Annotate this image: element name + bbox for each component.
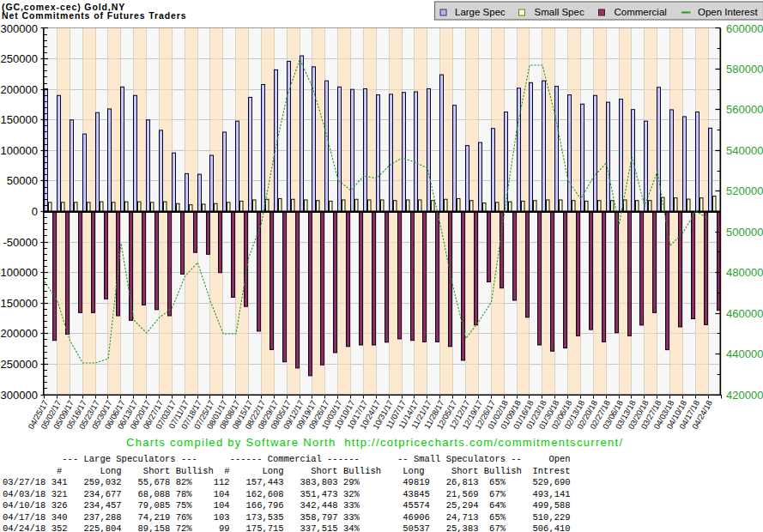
svg-text:Large Spec: Large Spec (455, 7, 506, 17)
svg-text:0: 0 (32, 205, 38, 218)
svg-text:-150000: -150000 (0, 297, 38, 310)
svg-text:-250000: -250000 (0, 358, 38, 371)
svg-text:250000: 250000 (1, 52, 38, 65)
svg-text:420000: 420000 (726, 389, 763, 402)
svg-text:200000: 200000 (1, 83, 38, 96)
svg-text:-300000: -300000 (0, 389, 38, 402)
svg-text:100000: 100000 (1, 144, 38, 157)
svg-text:Charts compiled by Software No: Charts compiled by Software North http:/… (126, 436, 623, 449)
svg-text:Commercial: Commercial (615, 7, 667, 17)
svg-text:300000: 300000 (1, 22, 38, 35)
svg-text:480000: 480000 (726, 266, 763, 279)
svg-text:560000: 560000 (726, 103, 763, 116)
svg-text:150000: 150000 (1, 113, 38, 126)
svg-text:50000: 50000 (7, 174, 38, 187)
svg-text:500000: 500000 (726, 226, 763, 239)
svg-text:-50000: -50000 (3, 236, 38, 249)
svg-text:-100000: -100000 (0, 266, 38, 279)
svg-text:-200000: -200000 (0, 327, 38, 340)
svg-text:540000: 540000 (726, 144, 763, 157)
svg-text:440000: 440000 (726, 348, 763, 360)
svg-text:Open Interest: Open Interest (698, 7, 758, 17)
svg-text:Small Spec: Small Spec (535, 7, 584, 17)
svg-text:Net Commitments of Futures Tra: Net Commitments of Futures Traders (2, 10, 187, 21)
svg-text:460000: 460000 (726, 307, 763, 320)
svg-text:520000: 520000 (726, 184, 763, 197)
svg-text:580000: 580000 (726, 63, 763, 76)
svg-text:600000: 600000 (726, 22, 763, 35)
